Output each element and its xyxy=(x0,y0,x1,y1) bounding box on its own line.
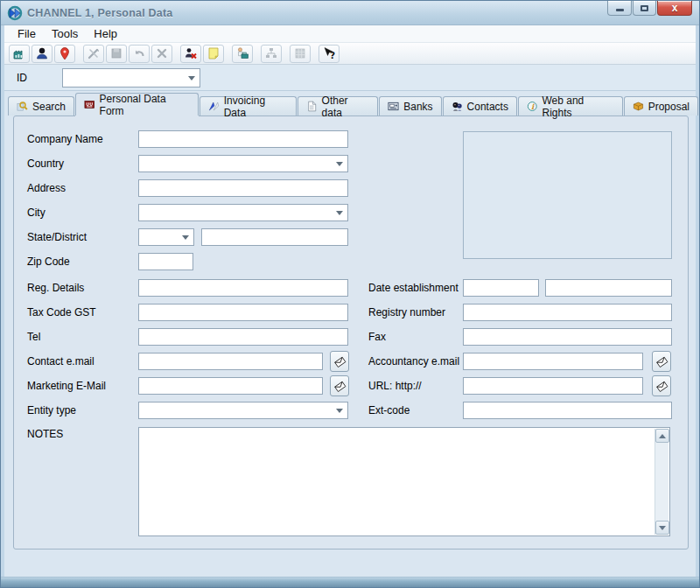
tools-icon xyxy=(87,46,101,60)
chevron-down-icon[interactable] xyxy=(182,235,189,240)
date-establishment-input-2[interactable] xyxy=(545,279,672,297)
tab-search[interactable]: Search xyxy=(8,96,74,116)
contact-desk-button[interactable] xyxy=(232,45,253,63)
scroll-down-button[interactable] xyxy=(655,521,669,535)
location-pin-button[interactable] xyxy=(54,45,75,63)
window-title: CHANNEL 1, Personal Data xyxy=(27,7,172,19)
date-establishment-label: Date establishment xyxy=(368,282,458,294)
menu-tools[interactable]: Tools xyxy=(44,25,86,42)
accountancy-email-send-button[interactable] xyxy=(652,351,671,372)
accountancy-email-input[interactable] xyxy=(463,353,643,370)
proposal-icon xyxy=(633,101,644,112)
company-name-input[interactable] xyxy=(138,130,348,148)
menu-file[interactable]: File xyxy=(10,25,44,42)
chevron-down-icon[interactable] xyxy=(336,162,343,166)
save-icon xyxy=(109,46,123,60)
fax-label: Fax xyxy=(368,331,386,343)
address-input[interactable] xyxy=(138,179,348,197)
marketing-email-input[interactable] xyxy=(138,377,323,395)
url-open-button[interactable] xyxy=(652,375,671,396)
notes-label: NOTES xyxy=(27,428,63,440)
envelope-icon xyxy=(333,355,346,368)
arrow-down-icon xyxy=(659,526,666,530)
district-input[interactable] xyxy=(201,228,348,246)
context-help-icon: ? xyxy=(322,46,336,60)
id-combobox[interactable] xyxy=(62,68,200,88)
tab-banks[interactable]: Banks xyxy=(379,96,441,116)
notes-icon xyxy=(206,46,220,60)
entity-type-combobox[interactable] xyxy=(138,402,348,419)
undo-icon xyxy=(132,46,146,60)
registry-number-label: Registry number xyxy=(368,306,445,318)
reg-details-label: Reg. Details xyxy=(27,282,84,294)
country-combobox[interactable] xyxy=(138,155,348,172)
chevron-down-icon[interactable] xyxy=(188,76,195,80)
save-button xyxy=(106,45,127,63)
registry-number-input[interactable] xyxy=(463,304,672,321)
tab-other-data[interactable]: Other data xyxy=(298,96,378,116)
city-combobox[interactable] xyxy=(138,204,348,221)
close-button[interactable]: x xyxy=(657,1,692,16)
maximize-button[interactable] xyxy=(633,1,656,16)
cancel-button xyxy=(151,45,172,63)
minimize-button[interactable] xyxy=(607,1,632,16)
notes-textarea[interactable] xyxy=(138,427,670,536)
menu-bar: File Tools Help xyxy=(4,25,696,43)
ext-code-input[interactable] xyxy=(463,402,672,419)
title-bar[interactable]: CHANNEL 1, Personal Data x xyxy=(1,1,699,25)
app-logo-icon xyxy=(7,5,23,21)
reg-details-input[interactable] xyxy=(138,279,348,297)
zip-code-input[interactable] xyxy=(138,253,193,270)
state-combobox[interactable] xyxy=(138,228,194,246)
personal-data-form-icon xyxy=(84,99,95,110)
toolbar: ? xyxy=(4,43,696,65)
tel-input[interactable] xyxy=(138,328,348,346)
banks-icon xyxy=(388,101,399,112)
id-row: ID xyxy=(4,65,696,91)
tab-label: Personal Data Form xyxy=(100,93,191,117)
close-icon: x xyxy=(672,3,678,13)
window-controls: x xyxy=(607,1,692,16)
chevron-down-icon[interactable] xyxy=(336,409,343,413)
envelope-icon xyxy=(655,380,668,393)
tab-web-and-rights[interactable]: i Web and Rights xyxy=(518,96,623,116)
fax-input[interactable] xyxy=(463,328,672,346)
url-input[interactable] xyxy=(463,377,643,395)
new-contact-button[interactable] xyxy=(32,45,52,63)
notes-button[interactable] xyxy=(203,45,224,63)
envelope-icon xyxy=(655,355,668,368)
tab-personal-data-form[interactable]: Personal Data Form xyxy=(75,93,199,116)
contact-email-input[interactable] xyxy=(138,353,323,370)
tab-contacts[interactable]: Contacts xyxy=(443,96,517,116)
city-label: City xyxy=(27,206,46,219)
menu-help[interactable]: Help xyxy=(86,25,125,42)
notes-scrollbar[interactable] xyxy=(654,429,668,535)
grid-icon xyxy=(293,46,307,60)
new-contact-icon xyxy=(35,46,49,60)
delete-contact-icon xyxy=(184,46,198,60)
date-establishment-input-1[interactable] xyxy=(463,279,539,297)
maximize-icon xyxy=(640,5,648,11)
window-bottom-frame xyxy=(1,577,699,587)
accountancy-email-label: Accountancy e.mail xyxy=(368,355,459,368)
tab-label: Contacts xyxy=(467,101,508,113)
undo-button xyxy=(129,45,150,63)
scroll-up-button[interactable] xyxy=(655,429,669,443)
ext-code-label: Ext-code xyxy=(368,404,410,416)
tab-strip: Search Personal Data Form Invoicing Data xyxy=(8,94,699,116)
invoicing-data-icon xyxy=(208,101,220,112)
tab-proposal[interactable]: Proposal xyxy=(624,96,698,116)
envelope-icon xyxy=(333,380,346,393)
marketing-email-send-button[interactable] xyxy=(330,375,349,396)
statistics-button[interactable] xyxy=(9,45,30,63)
tax-code-gst-input[interactable] xyxy=(138,304,348,321)
context-help-button[interactable]: ? xyxy=(318,45,340,63)
tax-code-gst-label: Tax Code GST xyxy=(27,306,96,318)
delete-contact-button[interactable] xyxy=(180,45,201,63)
contact-email-send-button[interactable] xyxy=(330,351,349,372)
chevron-down-icon[interactable] xyxy=(336,211,343,215)
tab-invoicing-data[interactable]: Invoicing Data xyxy=(200,96,297,116)
org-chart-icon xyxy=(264,46,278,60)
location-pin-icon xyxy=(58,46,72,60)
cancel-icon xyxy=(155,46,169,60)
